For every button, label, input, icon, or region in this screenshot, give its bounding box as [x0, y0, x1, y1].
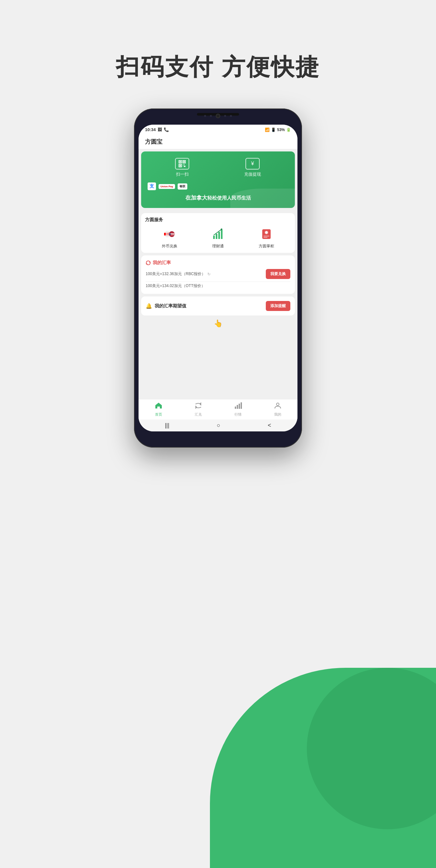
app-title: 方圆宝	[145, 138, 162, 145]
page-title: 扫码支付 方便快捷	[116, 52, 320, 83]
bell-icon: 🔔	[146, 303, 152, 309]
svg-rect-4	[183, 161, 185, 162]
alipay-logo: 支	[148, 182, 156, 190]
svg-rect-9	[184, 166, 185, 167]
add-alert-button[interactable]: 添加提醒	[266, 301, 290, 311]
market-nav-icon	[234, 402, 242, 411]
system-nav: ||| ○ <	[138, 420, 298, 431]
banner-slogan: 在加拿大轻松使用人民币生活	[148, 194, 288, 202]
rate-row-2: 100美元=134.02加元（OTT报价）	[146, 283, 290, 289]
rate-header: 我的汇率	[146, 260, 290, 266]
phone-mockup: 10:34 🖼 📞 📶 📱 53% 🔋 方圆宝	[134, 108, 302, 447]
nav-profile[interactable]: 我的	[274, 402, 282, 417]
svg-rect-8	[183, 166, 183, 166]
svg-rect-28	[237, 405, 238, 409]
rate-row-1: 100美元=132.36加元（RBC报价） ↻ 我要兑换	[146, 269, 290, 279]
nav-home[interactable]: 首页	[155, 402, 162, 417]
svg-rect-30	[241, 402, 242, 409]
status-bar: 10:34 🖼 📞 📶 📱 53% 🔋	[138, 125, 298, 135]
photo-icon: 🖼	[158, 127, 162, 132]
hero-banner: 扫一扫 ¥ 充值提现 支	[141, 151, 295, 208]
payment-logos: 支 Union Pay 银联	[148, 182, 288, 190]
exchange-icon	[162, 227, 177, 242]
recharge-label: 充值提现	[244, 172, 261, 177]
phone-screen: 10:34 🖼 📞 📶 📱 53% 🔋 方圆宝	[138, 125, 298, 431]
svg-rect-15	[218, 232, 220, 239]
profile-nav-icon	[274, 402, 282, 411]
services-title: 方圆服务	[145, 217, 291, 223]
bottom-nav: 首页 汇兑	[138, 399, 298, 420]
svg-rect-16	[221, 230, 222, 239]
services-section: 方圆服务	[141, 213, 295, 253]
scan-qr-icon	[175, 158, 189, 169]
exchange-rate-card: 我的汇率 100美元=132.36加元（RBC报价） ↻ 我要兑换 100美元=…	[141, 255, 295, 294]
scan-icon-item[interactable]: 扫一扫	[175, 158, 189, 177]
exchange-label: 外币兑换	[162, 244, 177, 249]
app-bar: 方圆宝	[138, 135, 298, 149]
svg-rect-22	[263, 237, 268, 238]
cashier-label: 方圆掌柜	[259, 244, 274, 249]
rate1-text: 100美元=132.36加元（RBC报价）	[146, 271, 206, 277]
recharge-icon: ¥	[245, 158, 260, 169]
svg-rect-5	[180, 165, 181, 166]
home-btn[interactable]: ○	[217, 422, 220, 429]
svg-rect-29	[239, 404, 240, 409]
phone-shell: 10:34 🖼 📞 📶 📱 53% 🔋 方圆宝	[134, 108, 302, 447]
svg-marker-23	[149, 261, 151, 262]
battery-icon: 🔋	[286, 128, 291, 132]
nav-remit[interactable]: 汇兑	[194, 402, 202, 417]
invest-icon	[211, 227, 225, 242]
recharge-icon-item[interactable]: ¥ 充值提现	[244, 158, 261, 177]
services-grid: 外币兑换	[145, 227, 291, 249]
recent-apps-btn[interactable]: |||	[165, 422, 169, 429]
service-item-invest[interactable]: 理财通	[211, 227, 225, 249]
profile-nav-label: 我的	[274, 412, 281, 417]
home-nav-label: 首页	[155, 412, 162, 417]
svg-point-20	[265, 231, 268, 234]
svg-rect-6	[183, 164, 183, 165]
signal-icon: 📱	[271, 128, 276, 132]
service-item-cashier[interactable]: 方圆掌柜	[259, 227, 274, 249]
finger-peek: 👆	[138, 318, 298, 329]
scan-label: 扫一扫	[176, 172, 189, 177]
svg-rect-14	[216, 234, 217, 239]
banner-icons: 扫一扫 ¥ 充值提现	[148, 158, 288, 177]
other-payment-logo: 银联	[178, 183, 187, 190]
remit-nav-icon	[194, 402, 202, 411]
alert-left: 🔔 我的汇率期望值	[146, 303, 186, 309]
exchange-button[interactable]: 我要兑换	[266, 269, 290, 279]
service-item-exchange[interactable]: 外币兑换	[162, 227, 177, 249]
wifi-icon: 📶	[265, 128, 270, 132]
alert-title: 我的汇率期望值	[155, 303, 186, 309]
svg-point-31	[276, 403, 279, 406]
battery-display: 53%	[277, 128, 285, 132]
svg-rect-3	[180, 161, 181, 162]
refresh-icon[interactable]: ↻	[207, 272, 211, 276]
time-display: 10:34	[145, 127, 156, 132]
unionpay-logo: Union Pay	[159, 184, 175, 189]
svg-rect-27	[235, 407, 236, 409]
svg-marker-24	[146, 263, 148, 264]
svg-rect-7	[184, 164, 185, 165]
call-icon: 📞	[164, 127, 169, 132]
cashier-icon	[259, 227, 274, 242]
back-btn[interactable]: <	[268, 422, 271, 429]
home-nav-icon	[155, 402, 162, 411]
market-nav-label: 行情	[235, 412, 242, 417]
svg-point-17	[221, 228, 222, 230]
invest-label: 理财通	[212, 244, 224, 249]
nav-market[interactable]: 行情	[234, 402, 242, 417]
alert-card: 🔔 我的汇率期望值 添加提醒	[141, 297, 295, 315]
remit-nav-label: 汇兑	[195, 412, 202, 417]
rate-title: 我的汇率	[153, 260, 171, 266]
svg-rect-13	[213, 236, 215, 239]
screen-content: 扫一扫 ¥ 充值提现 支	[138, 149, 298, 399]
svg-rect-21	[263, 236, 269, 237]
